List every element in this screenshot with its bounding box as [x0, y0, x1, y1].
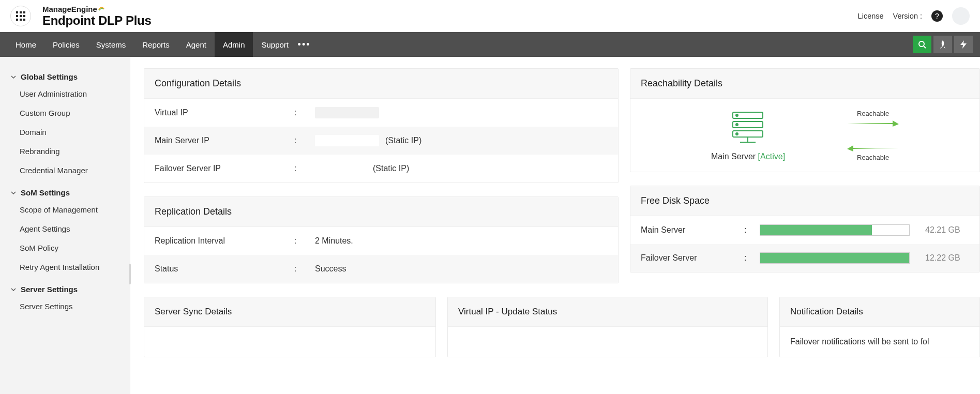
nav-rocket-button[interactable] — [933, 36, 952, 53]
svg-rect-6 — [16, 19, 18, 21]
card-title: Configuration Details — [144, 69, 618, 99]
failover-server-ip-note: (Static IP) — [373, 164, 409, 173]
app-grid-button[interactable] — [10, 6, 31, 26]
rocket-icon — [939, 40, 946, 49]
disk-main-value: 42.21 GB — [925, 225, 960, 235]
main-server-ip-label: Main Server IP — [155, 136, 294, 145]
colon: : — [294, 164, 315, 173]
license-link[interactable]: License — [858, 12, 884, 20]
arrow-right-icon — [847, 119, 899, 127]
replication-interval-value: 2 Minutes. — [315, 236, 353, 246]
replication-status-label: Status — [155, 264, 294, 274]
configuration-details-card: Configuration Details Virtual IP : Main … — [144, 68, 619, 183]
colon: : — [744, 253, 760, 263]
nav-item-support[interactable]: Support — [253, 32, 297, 57]
failover-server-ip-label: Failover Server IP — [155, 164, 294, 173]
svg-rect-7 — [20, 19, 22, 21]
nav-bolt-button[interactable] — [954, 36, 973, 53]
sidebar-item-credential-manager[interactable]: Credential Manager — [10, 161, 119, 180]
card-title: Notification Details — [780, 297, 979, 327]
avatar[interactable] — [952, 7, 970, 25]
sidebar-item-agent-settings[interactable]: Agent Settings — [10, 219, 119, 238]
svg-rect-5 — [23, 15, 25, 17]
sidebar-resize-handle[interactable] — [129, 264, 131, 284]
server-sync-details-card: Server Sync Details — [144, 297, 436, 357]
nav-item-policies[interactable]: Policies — [44, 32, 88, 57]
disk-failover-label: Failover Server — [641, 253, 744, 263]
svg-line-10 — [924, 46, 926, 48]
nav-item-reports[interactable]: Reports — [134, 32, 178, 57]
colon: : — [294, 236, 315, 246]
nav-search-button[interactable] — [913, 36, 931, 53]
search-icon — [918, 40, 926, 49]
arrow-left-icon — [847, 144, 899, 151]
failover-server-ip-value — [315, 163, 367, 174]
card-title: Reachability Details — [630, 69, 979, 99]
sidebar-item-domain[interactable]: Domain — [10, 123, 119, 142]
reachability-details-card: Reachability Details Main Server [Active… — [630, 68, 980, 172]
card-title: Server Sync Details — [144, 297, 435, 327]
colon: : — [294, 108, 315, 117]
reachable-top-label: Reachable — [857, 110, 889, 117]
main-server-status: [Active] — [758, 152, 785, 161]
nav-item-home[interactable]: Home — [7, 32, 44, 57]
notification-details-card: Notification Details Failover notificati… — [779, 297, 980, 357]
sidebar-section-global-settings[interactable]: Global Settings — [10, 69, 119, 84]
virtual-ip-value — [315, 107, 379, 118]
disk-main-bar — [760, 224, 910, 236]
svg-rect-3 — [16, 15, 18, 17]
disk-failover-bar — [760, 252, 910, 264]
server-icon — [730, 109, 766, 147]
nav-item-systems[interactable]: Systems — [88, 32, 134, 57]
brand-top-text: ManageEngine — [42, 5, 97, 13]
main-nav: HomePoliciesSystemsReportsAgentAdminSupp… — [0, 32, 980, 57]
chevron-down-icon — [10, 286, 17, 293]
svg-rect-8 — [23, 19, 25, 21]
colon: : — [744, 225, 760, 235]
svg-point-16 — [736, 133, 738, 135]
brand-swoosh-icon — [98, 5, 105, 13]
replication-details-card: Replication Details Replication Interval… — [144, 196, 619, 283]
help-icon[interactable]: ? — [931, 10, 943, 22]
sidebar-item-som-policy[interactable]: SoM Policy — [10, 238, 119, 257]
grid-icon — [16, 11, 25, 21]
card-title: Free Disk Space — [630, 186, 979, 216]
main-server-ip-note: (Static IP) — [385, 136, 421, 145]
sidebar-item-custom-group[interactable]: Custom Group — [10, 103, 119, 123]
brand: ManageEngine Endpoint DLP Plus — [42, 5, 151, 28]
svg-rect-1 — [20, 11, 22, 13]
sidebar-section-server-settings[interactable]: Server Settings — [10, 282, 119, 297]
disk-main-label: Main Server — [641, 225, 744, 235]
colon: : — [294, 136, 315, 145]
disk-failover-value: 12.22 GB — [925, 253, 960, 263]
svg-point-15 — [736, 124, 738, 126]
notification-body-text: Failover notifications will be sent to f… — [780, 327, 979, 357]
version-link[interactable]: Version : — [893, 12, 922, 20]
sidebar-section-som-settings[interactable]: SoM Settings — [10, 185, 119, 200]
nav-item-agent[interactable]: Agent — [178, 32, 215, 57]
sidebar-item-rebranding[interactable]: Rebranding — [10, 142, 119, 161]
sidebar-item-scope-of-management[interactable]: Scope of Management — [10, 200, 119, 219]
reachable-bottom-label: Reachable — [857, 154, 889, 161]
svg-rect-2 — [23, 11, 25, 13]
replication-status-value: Success — [315, 264, 346, 274]
bolt-icon — [960, 40, 967, 49]
sidebar-item-retry-agent-installation[interactable]: Retry Agent Installation — [10, 257, 119, 277]
brand-main-text: Endpoint DLP Plus — [42, 13, 151, 28]
card-title: Replication Details — [144, 197, 618, 227]
sidebar-item-user-administration[interactable]: User Administration — [10, 84, 119, 103]
svg-rect-0 — [16, 11, 18, 13]
sidebar-item-server-settings[interactable]: Server Settings — [10, 297, 119, 316]
virtual-ip-label: Virtual IP — [155, 108, 294, 117]
colon: : — [294, 264, 315, 274]
nav-more-button[interactable]: ••• — [297, 39, 311, 50]
card-title: Virtual IP - Update Status — [448, 297, 767, 327]
sidebar: Global SettingsUser AdministrationCustom… — [0, 57, 130, 394]
svg-point-9 — [919, 41, 924, 47]
main-server-ip-value — [315, 135, 379, 146]
chevron-down-icon — [10, 190, 17, 196]
main-server-label: Main Server — [711, 152, 758, 161]
nav-item-admin[interactable]: Admin — [215, 32, 253, 57]
svg-rect-4 — [20, 15, 22, 17]
chevron-down-icon — [10, 74, 17, 80]
